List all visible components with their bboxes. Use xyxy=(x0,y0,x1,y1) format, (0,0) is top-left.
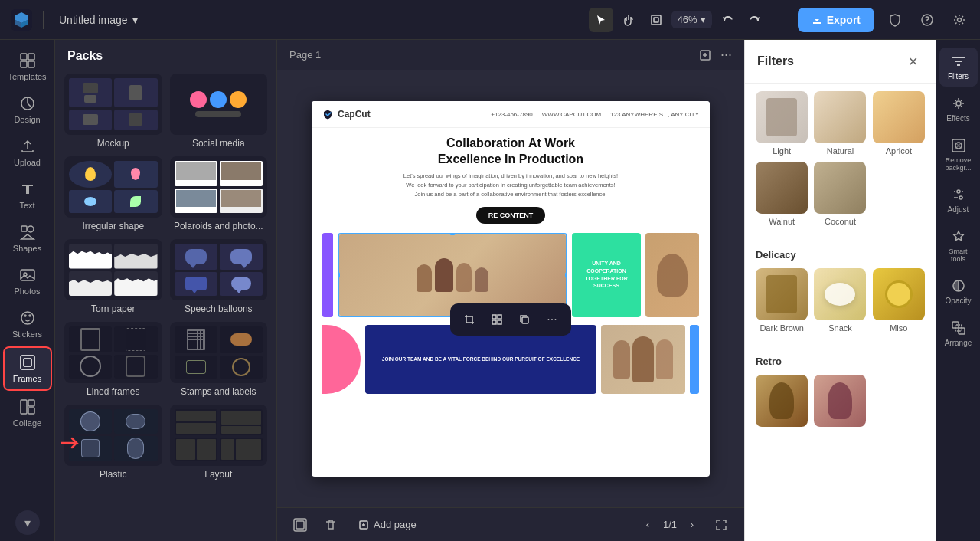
crop-tool-btn[interactable] xyxy=(458,308,481,331)
sidebar-item-upload[interactable]: Upload xyxy=(3,132,52,173)
settings-icon[interactable] xyxy=(948,8,971,31)
pack-label-irregular: Irregular shape xyxy=(64,221,162,231)
svg-point-31 xyxy=(956,101,961,106)
sidebar-item-templates[interactable]: Templates xyxy=(3,46,52,87)
design-canvas[interactable]: CapCut +123-456-7890 WWW.CAPCUT.COM 123 … xyxy=(312,101,710,477)
svg-rect-8 xyxy=(28,61,34,67)
add-page-button[interactable]: Add page xyxy=(351,516,424,533)
right-tool-filters[interactable]: Filters xyxy=(939,48,978,87)
export-button[interactable]: Export xyxy=(798,8,874,32)
filter-retro1[interactable] xyxy=(756,375,808,430)
pack-item-layout[interactable]: Layout xyxy=(170,405,268,480)
page-expand-icon[interactable] xyxy=(696,46,714,64)
canvas-bottom: Add page ‹ 1/1 › xyxy=(277,507,744,541)
filter-panel: Filters ✕ Light Natural xyxy=(744,40,936,541)
copy-tool-btn[interactable] xyxy=(513,308,536,331)
filter-snack[interactable]: Snack xyxy=(814,268,866,333)
right-tool-adjust[interactable]: Adjust xyxy=(939,181,978,220)
filter-natural[interactable]: Natural xyxy=(814,91,866,156)
filter-apricot[interactable]: Apricot xyxy=(873,91,925,156)
retro-title: Retro xyxy=(756,356,925,367)
dc-header: CapCut +123-456-7890 WWW.CAPCUT.COM 123 … xyxy=(312,101,710,128)
svg-rect-25 xyxy=(492,320,496,324)
main-layout: Templates Design Upload Text Shapes Phot… xyxy=(0,40,980,541)
sidebar-item-shapes[interactable]: Shapes xyxy=(3,218,52,259)
right-tool-smart[interactable]: Smart tools xyxy=(939,223,978,269)
filter-light[interactable]: Light xyxy=(756,91,808,156)
right-tool-arrange[interactable]: Arrange xyxy=(939,314,978,353)
dc-pink-arc xyxy=(322,325,361,394)
next-page-btn[interactable]: › xyxy=(683,516,701,534)
pack-item-plastic[interactable]: Plastic xyxy=(64,405,162,480)
filter-miso[interactable]: Miso xyxy=(873,268,925,333)
select-tool[interactable] xyxy=(589,8,613,32)
filter-grid-delicacy: Dark Brown Snack M xyxy=(756,268,925,333)
delete-icon[interactable] xyxy=(320,514,341,536)
svg-rect-10 xyxy=(21,226,27,231)
grid-tool-btn[interactable] xyxy=(485,308,508,331)
floating-toolbar: ··· xyxy=(450,303,571,336)
filter-close-btn[interactable]: ✕ xyxy=(902,51,923,72)
sidebar-item-text[interactable]: Text xyxy=(3,175,52,216)
sidebar-item-photos[interactable]: Photos xyxy=(3,261,52,302)
dc-blue-bar xyxy=(690,325,699,394)
sidebar-scroll-down[interactable]: ▾ xyxy=(15,510,40,535)
pack-item-polaroids[interactable]: Polaroids and photo... xyxy=(170,156,268,231)
pack-label-layout: Layout xyxy=(170,469,268,480)
redo-button[interactable] xyxy=(743,8,767,32)
svg-rect-17 xyxy=(24,359,31,366)
svg-point-15 xyxy=(21,312,34,324)
svg-point-11 xyxy=(28,226,34,232)
filter-walnut[interactable]: Walnut xyxy=(756,162,808,226)
topbar-tools: 46% ▾ xyxy=(589,8,767,32)
prev-page-btn[interactable]: ‹ xyxy=(639,516,657,534)
svg-rect-1 xyxy=(652,15,661,25)
re-content-btn[interactable]: RE CONTENT xyxy=(476,207,546,224)
filter-coconut[interactable]: Coconut xyxy=(814,162,866,226)
filter-header: Filters ✕ xyxy=(745,40,936,84)
right-tool-remove-bg[interactable]: Remove backgr... xyxy=(939,132,978,178)
svg-rect-24 xyxy=(498,315,501,319)
file-name[interactable]: Untitled image ▾ xyxy=(53,11,144,29)
pack-item-social-media[interactable]: Social media xyxy=(170,74,268,149)
dc-team-photo xyxy=(601,325,685,394)
filter-dark-brown[interactable]: Dark Brown xyxy=(756,268,808,333)
pack-item-torn-paper[interactable]: Torn paper xyxy=(64,239,162,314)
frame-tool[interactable] xyxy=(644,8,668,32)
logo-icon xyxy=(9,8,34,32)
sidebar-item-collage[interactable]: Collage xyxy=(3,392,52,434)
thumbnail-icon[interactable] xyxy=(289,514,311,536)
packs-panel: Packs xyxy=(55,40,277,541)
svg-rect-22 xyxy=(466,316,472,323)
dc-logo: CapCut xyxy=(322,109,371,120)
shield-icon[interactable] xyxy=(884,8,906,31)
dc-right-photo xyxy=(645,233,699,317)
help-icon[interactable] xyxy=(916,8,939,31)
pack-label-social: Social media xyxy=(170,138,268,149)
svg-rect-7 xyxy=(21,61,27,67)
undo-button[interactable] xyxy=(715,8,740,32)
pack-item-lined-frames[interactable]: Lined frames xyxy=(64,322,162,397)
packs-title: Packs xyxy=(64,49,267,63)
pack-item-speech-balloons[interactable]: Speech balloons xyxy=(170,239,268,314)
sidebar-item-frames[interactable]: Frames xyxy=(3,346,52,391)
pack-item-irregular[interactable]: Irregular shape xyxy=(64,156,162,231)
sidebar-item-stickers[interactable]: Stickers xyxy=(3,303,52,345)
pack-item-mockup[interactable]: Mockup xyxy=(64,74,162,149)
svg-marker-12 xyxy=(21,234,34,239)
pack-label-mockup: Mockup xyxy=(64,138,162,149)
fullscreen-btn[interactable] xyxy=(710,514,732,536)
svg-rect-18 xyxy=(21,400,27,414)
zoom-control[interactable]: 46% ▾ xyxy=(671,11,712,28)
right-tools: Filters Effects Remove backgr... Adjust … xyxy=(936,40,980,541)
right-tool-effects[interactable]: Effects xyxy=(939,90,978,129)
filter-grid-main: Light Natural Apricot xyxy=(756,91,925,226)
canvas-more-btn[interactable]: ··· xyxy=(720,47,732,63)
more-tool-btn[interactable]: ··· xyxy=(541,308,564,331)
pack-item-stamps[interactable]: Stamps and labels xyxy=(170,322,268,397)
svg-point-4 xyxy=(958,18,962,21)
sidebar-item-design[interactable]: Design xyxy=(3,89,52,130)
right-tool-opacity[interactable]: Opacity xyxy=(939,272,978,311)
hand-tool[interactable] xyxy=(616,8,641,32)
filter-retro2[interactable] xyxy=(814,375,866,430)
